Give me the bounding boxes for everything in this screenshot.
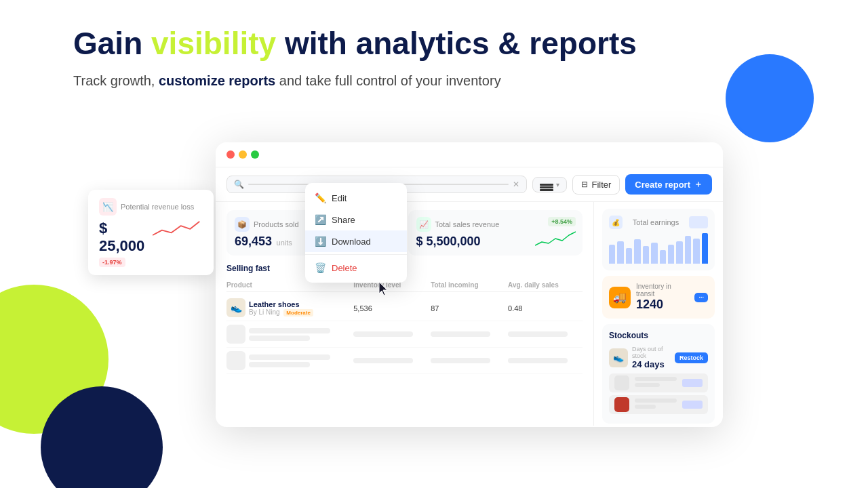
skeleton-brand-1 bbox=[249, 336, 310, 341]
earnings-bar-1 bbox=[617, 241, 623, 264]
earnings-widget-title: Total earnings bbox=[633, 218, 679, 226]
stockout-label-1: Days out of stock bbox=[632, 346, 671, 359]
subtitle-part2: and take full control of your inventory bbox=[275, 73, 500, 88]
total-sales-title: Total sales revenue bbox=[435, 220, 500, 228]
transit-action-btn[interactable]: ··· bbox=[694, 293, 708, 302]
earnings-bar-0 bbox=[609, 245, 615, 264]
menu-divider bbox=[305, 254, 407, 255]
dot-minimize[interactable] bbox=[239, 150, 247, 159]
download-icon: ⬇️ bbox=[315, 236, 326, 247]
earnings-bar-10 bbox=[693, 239, 699, 264]
right-panel: 💰 Total earnings 🚚 Inventory in transit … bbox=[594, 202, 723, 426]
leather-shoes-name: Leather shoes bbox=[249, 300, 351, 308]
menu-item-edit[interactable]: ✏️ Edit bbox=[305, 187, 407, 209]
titlebar-dots bbox=[226, 150, 259, 159]
hero-title-gain: Gain bbox=[73, 26, 151, 61]
deco-blue-circle bbox=[726, 54, 814, 142]
leather-shoes-thumb: 👟 bbox=[226, 298, 245, 317]
earnings-bar-4 bbox=[643, 246, 649, 264]
revenue-card-title: Potential revenue loss bbox=[121, 203, 194, 211]
sk-btn-2 bbox=[682, 401, 703, 409]
table-row-skeleton-1 bbox=[226, 321, 583, 348]
stockout-info-1: Days out of stock 24 days bbox=[632, 346, 671, 369]
filter-button[interactable]: ⊟ Filter bbox=[572, 175, 620, 195]
earnings-bar-5 bbox=[651, 243, 657, 264]
stockout-value-1: 24 days bbox=[632, 359, 671, 369]
revenue-loss-card: 📉 Potential revenue loss $ 25,000 -1.97% bbox=[88, 190, 214, 275]
skeleton-product-1 bbox=[226, 325, 351, 344]
earnings-menu-btn[interactable] bbox=[689, 216, 708, 228]
earnings-bar-3 bbox=[634, 239, 640, 264]
dot-close[interactable] bbox=[226, 150, 235, 159]
stockout-skeleton-2 bbox=[609, 395, 708, 414]
col-header-avg: Avg. daily sales bbox=[508, 281, 583, 289]
skeleton-avg-1 bbox=[508, 331, 583, 337]
skeleton-thumb-2 bbox=[226, 351, 245, 370]
transit-value: 1240 bbox=[636, 298, 689, 312]
titlebar bbox=[216, 142, 723, 167]
hero-title-visibility: visibility bbox=[151, 26, 276, 61]
skeleton-name-2 bbox=[249, 354, 330, 360]
menu-item-share[interactable]: ↗️ Share bbox=[305, 209, 407, 230]
skeleton-incoming-1 bbox=[431, 331, 505, 337]
hero-section: Gain visibility with analytics & reports… bbox=[73, 26, 712, 90]
menu-item-delete[interactable]: 🗑️ Delete bbox=[305, 257, 407, 279]
revenue-mini-chart bbox=[153, 216, 203, 239]
create-report-button[interactable]: Create report ＋ bbox=[625, 174, 712, 195]
hero-title: Gain visibility with analytics & reports bbox=[73, 26, 712, 62]
earnings-widget-header: 💰 Total earnings bbox=[609, 216, 708, 229]
skeleton-product-2 bbox=[226, 351, 351, 370]
inv-col-leather: 5,536 bbox=[353, 302, 428, 314]
leather-shoes-brand: By Li Ning Moderate bbox=[249, 308, 351, 316]
product-col-leather: 👟 Leather shoes By Li Ning Moderate bbox=[226, 298, 351, 317]
sk-circle-1 bbox=[614, 375, 629, 390]
earnings-bar-6 bbox=[660, 250, 666, 264]
menu-edit-label: Edit bbox=[332, 193, 347, 203]
hero-subtitle: Track growth, customize reports and take… bbox=[73, 71, 712, 90]
total-sales-icon: 📈 bbox=[416, 217, 431, 232]
stockout-skeleton-1 bbox=[609, 373, 708, 392]
dashboard-window: 🔍 ✕ ▾ ⊟ Filter Create report ＋ bbox=[216, 142, 723, 427]
transit-icon: 🚚 bbox=[609, 287, 631, 308]
table-row-leather-shoes[interactable]: 👟 Leather shoes By Li Ning Moderate 5,53… bbox=[226, 295, 583, 321]
skeleton-brand-2 bbox=[249, 362, 310, 367]
skeleton-avg-2 bbox=[508, 358, 583, 363]
products-sold-icon: 📦 bbox=[235, 217, 250, 232]
revenue-badge: -1.97% bbox=[99, 258, 125, 267]
earnings-bar-2 bbox=[626, 248, 632, 264]
create-report-label: Create report bbox=[635, 180, 690, 190]
skeleton-thumb-1 bbox=[226, 325, 245, 344]
skeleton-inv-2 bbox=[353, 358, 428, 363]
leather-shoes-info: Leather shoes By Li Ning Moderate bbox=[249, 300, 351, 316]
sk-circle-2 bbox=[614, 397, 629, 412]
transit-info: Inventory in transit 1240 bbox=[636, 283, 689, 312]
menu-item-download[interactable]: ⬇️ Download bbox=[305, 230, 407, 252]
incoming-col-leather: 87 bbox=[431, 302, 505, 314]
earnings-bar-chart bbox=[609, 233, 708, 264]
dot-maximize[interactable] bbox=[251, 150, 259, 159]
stockouts-widget: Stockouts 👟 Days out of stock 24 days Re… bbox=[602, 324, 715, 424]
subtitle-bold: customize reports bbox=[159, 73, 275, 88]
context-menu: ✏️ Edit ↗️ Share ⬇️ Download 🗑️ Delete bbox=[305, 183, 407, 283]
edit-icon: ✏️ bbox=[315, 192, 326, 203]
total-sales-badge: +8.54% bbox=[548, 217, 576, 226]
stockout-item-1: 👟 Days out of stock 24 days Restock bbox=[609, 346, 708, 369]
search-icon: 🔍 bbox=[234, 180, 244, 189]
dash-content: 📦 Products sold 69,453 units -1.97% 📈 To… bbox=[216, 202, 723, 426]
total-sales-value: $ 5,500,000 bbox=[416, 235, 481, 248]
skeleton-info-1 bbox=[249, 328, 351, 341]
total-sales-mini-chart bbox=[535, 228, 576, 249]
table-row-skeleton-2 bbox=[226, 348, 583, 374]
col-header-incoming: Total incoming bbox=[431, 281, 505, 289]
toolbar: 🔍 ✕ ▾ ⊟ Filter Create report ＋ bbox=[216, 167, 723, 202]
menu-share-label: Share bbox=[332, 215, 355, 225]
transit-label: Inventory in transit bbox=[636, 283, 689, 298]
filter-label: Filter bbox=[591, 180, 611, 190]
view-select[interactable]: ▾ bbox=[532, 177, 567, 192]
search-clear-icon[interactable]: ✕ bbox=[513, 180, 519, 189]
revenue-card-header: 📉 Potential revenue loss bbox=[99, 198, 203, 216]
earnings-bar-11 bbox=[702, 233, 708, 264]
moderate-badge: Moderate bbox=[283, 309, 313, 317]
restock-button[interactable]: Restock bbox=[675, 352, 708, 363]
plus-icon: ＋ bbox=[694, 178, 703, 190]
